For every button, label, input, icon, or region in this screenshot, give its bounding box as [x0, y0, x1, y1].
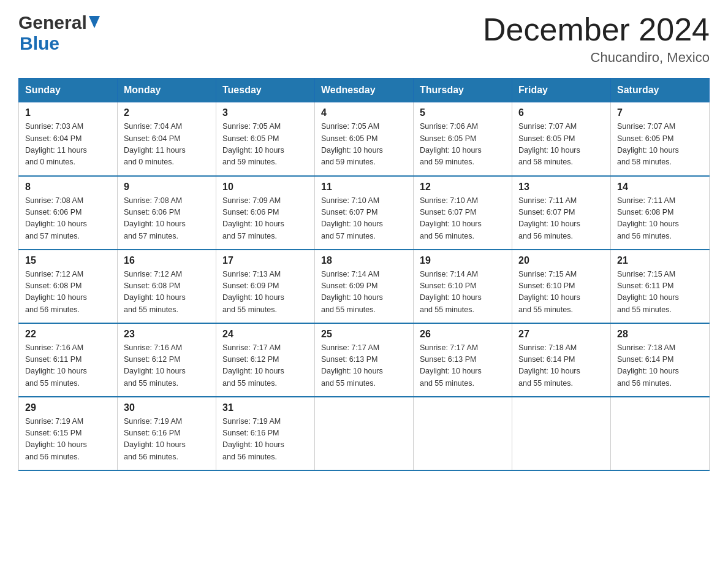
calendar-cell: 15Sunrise: 7:12 AMSunset: 6:08 PMDayligh…: [19, 250, 118, 323]
day-info: Sunrise: 7:17 AMSunset: 6:13 PMDaylight:…: [321, 342, 407, 390]
day-number: 20: [518, 255, 604, 266]
calendar-cell: [315, 397, 414, 470]
week-row-2: 8Sunrise: 7:08 AMSunset: 6:06 PMDaylight…: [19, 176, 710, 250]
logo: General Blue: [18, 12, 100, 54]
calendar-cell: [512, 397, 611, 470]
calendar-cell: 13Sunrise: 7:11 AMSunset: 6:07 PMDayligh…: [512, 176, 611, 250]
day-number: 30: [124, 402, 210, 413]
calendar-cell: 3Sunrise: 7:05 AMSunset: 6:05 PMDaylight…: [216, 102, 315, 176]
day-info: Sunrise: 7:10 AMSunset: 6:07 PMDaylight:…: [420, 195, 506, 243]
calendar-cell: 25Sunrise: 7:17 AMSunset: 6:13 PMDayligh…: [315, 323, 414, 397]
calendar-cell: [414, 397, 512, 470]
calendar-cell: 5Sunrise: 7:06 AMSunset: 6:05 PMDaylight…: [414, 102, 512, 176]
week-row-3: 15Sunrise: 7:12 AMSunset: 6:08 PMDayligh…: [19, 250, 710, 323]
calendar-cell: 24Sunrise: 7:17 AMSunset: 6:12 PMDayligh…: [216, 323, 315, 397]
weekday-header-row: SundayMondayTuesdayWednesdayThursdayFrid…: [19, 79, 710, 102]
day-info: Sunrise: 7:12 AMSunset: 6:08 PMDaylight:…: [124, 269, 210, 316]
day-info: Sunrise: 7:08 AMSunset: 6:06 PMDaylight:…: [25, 195, 111, 243]
day-info: Sunrise: 7:17 AMSunset: 6:13 PMDaylight:…: [420, 342, 506, 390]
calendar-cell: 12Sunrise: 7:10 AMSunset: 6:07 PMDayligh…: [414, 176, 512, 250]
title-area: December 2024 Chucandiro, Mexico: [483, 12, 710, 66]
day-number: 29: [25, 402, 111, 413]
calendar-cell: 18Sunrise: 7:14 AMSunset: 6:09 PMDayligh…: [315, 250, 414, 323]
day-number: 11: [321, 182, 407, 193]
day-info: Sunrise: 7:19 AMSunset: 6:15 PMDaylight:…: [25, 416, 111, 464]
calendar-cell: 20Sunrise: 7:15 AMSunset: 6:10 PMDayligh…: [512, 250, 611, 323]
calendar-cell: 30Sunrise: 7:19 AMSunset: 6:16 PMDayligh…: [118, 397, 216, 470]
calendar-cell: 23Sunrise: 7:16 AMSunset: 6:12 PMDayligh…: [118, 323, 216, 397]
day-info: Sunrise: 7:05 AMSunset: 6:05 PMDaylight:…: [222, 121, 308, 169]
day-info: Sunrise: 7:15 AMSunset: 6:10 PMDaylight:…: [518, 269, 604, 316]
calendar-table: SundayMondayTuesdayWednesdayThursdayFrid…: [18, 78, 710, 471]
week-row-5: 29Sunrise: 7:19 AMSunset: 6:15 PMDayligh…: [19, 397, 710, 470]
day-number: 17: [222, 255, 308, 266]
day-info: Sunrise: 7:03 AMSunset: 6:04 PMDaylight:…: [25, 121, 111, 169]
day-info: Sunrise: 7:10 AMSunset: 6:07 PMDaylight:…: [321, 195, 407, 243]
weekday-header-sunday: Sunday: [19, 79, 118, 102]
weekday-header-saturday: Saturday: [611, 79, 710, 102]
day-number: 1: [25, 107, 111, 118]
calendar-cell: 22Sunrise: 7:16 AMSunset: 6:11 PMDayligh…: [19, 323, 118, 397]
logo-blue-text: Blue: [20, 33, 59, 53]
calendar-cell: 9Sunrise: 7:08 AMSunset: 6:06 PMDaylight…: [118, 176, 216, 250]
calendar-cell: 17Sunrise: 7:13 AMSunset: 6:09 PMDayligh…: [216, 250, 315, 323]
weekday-header-thursday: Thursday: [414, 79, 512, 102]
logo-general-row: General: [18, 12, 100, 33]
day-number: 19: [420, 255, 506, 266]
day-number: 3: [222, 107, 308, 118]
calendar-cell: 4Sunrise: 7:05 AMSunset: 6:05 PMDaylight…: [315, 102, 414, 176]
weekday-header-friday: Friday: [512, 79, 611, 102]
day-info: Sunrise: 7:05 AMSunset: 6:05 PMDaylight:…: [321, 121, 407, 169]
calendar-cell: 21Sunrise: 7:15 AMSunset: 6:11 PMDayligh…: [611, 250, 710, 323]
day-info: Sunrise: 7:15 AMSunset: 6:11 PMDaylight:…: [617, 269, 703, 316]
location-subtitle: Chucandiro, Mexico: [483, 50, 710, 66]
calendar-cell: 1Sunrise: 7:03 AMSunset: 6:04 PMDaylight…: [19, 102, 118, 176]
calendar-cell: 27Sunrise: 7:18 AMSunset: 6:14 PMDayligh…: [512, 323, 611, 397]
day-info: Sunrise: 7:18 AMSunset: 6:14 PMDaylight:…: [518, 342, 604, 390]
day-number: 23: [124, 329, 210, 340]
day-number: 12: [420, 182, 506, 193]
day-info: Sunrise: 7:14 AMSunset: 6:10 PMDaylight:…: [420, 269, 506, 316]
logo-general-text: General: [18, 12, 87, 33]
calendar-cell: [611, 397, 710, 470]
day-info: Sunrise: 7:06 AMSunset: 6:05 PMDaylight:…: [420, 121, 506, 169]
day-info: Sunrise: 7:16 AMSunset: 6:11 PMDaylight:…: [25, 342, 111, 390]
day-number: 5: [420, 107, 506, 118]
page-header: General Blue December 2024 Chucandiro, M…: [18, 12, 710, 66]
day-info: Sunrise: 7:04 AMSunset: 6:04 PMDaylight:…: [124, 121, 210, 169]
day-number: 9: [124, 182, 210, 193]
day-info: Sunrise: 7:13 AMSunset: 6:09 PMDaylight:…: [222, 269, 308, 316]
day-info: Sunrise: 7:19 AMSunset: 6:16 PMDaylight:…: [124, 416, 210, 464]
svg-marker-0: [89, 16, 100, 28]
day-number: 26: [420, 329, 506, 340]
weekday-header-wednesday: Wednesday: [315, 79, 414, 102]
month-title: December 2024: [483, 12, 710, 47]
day-info: Sunrise: 7:09 AMSunset: 6:06 PMDaylight:…: [222, 195, 308, 243]
day-number: 14: [617, 182, 703, 193]
day-info: Sunrise: 7:17 AMSunset: 6:12 PMDaylight:…: [222, 342, 308, 390]
day-number: 21: [617, 255, 703, 266]
weekday-header-monday: Monday: [118, 79, 216, 102]
day-info: Sunrise: 7:07 AMSunset: 6:05 PMDaylight:…: [617, 121, 703, 169]
day-number: 18: [321, 255, 407, 266]
day-info: Sunrise: 7:11 AMSunset: 6:08 PMDaylight:…: [617, 195, 703, 243]
day-number: 10: [222, 182, 308, 193]
day-number: 27: [518, 329, 604, 340]
day-info: Sunrise: 7:12 AMSunset: 6:08 PMDaylight:…: [25, 269, 111, 316]
calendar-cell: 26Sunrise: 7:17 AMSunset: 6:13 PMDayligh…: [414, 323, 512, 397]
calendar-cell: 29Sunrise: 7:19 AMSunset: 6:15 PMDayligh…: [19, 397, 118, 470]
day-info: Sunrise: 7:19 AMSunset: 6:16 PMDaylight:…: [222, 416, 308, 464]
day-number: 15: [25, 255, 111, 266]
calendar-cell: 28Sunrise: 7:18 AMSunset: 6:14 PMDayligh…: [611, 323, 710, 397]
day-number: 4: [321, 107, 407, 118]
day-info: Sunrise: 7:07 AMSunset: 6:05 PMDaylight:…: [518, 121, 604, 169]
day-number: 31: [222, 402, 308, 413]
day-info: Sunrise: 7:16 AMSunset: 6:12 PMDaylight:…: [124, 342, 210, 390]
calendar-cell: 8Sunrise: 7:08 AMSunset: 6:06 PMDaylight…: [19, 176, 118, 250]
day-number: 22: [25, 329, 111, 340]
calendar-cell: 14Sunrise: 7:11 AMSunset: 6:08 PMDayligh…: [611, 176, 710, 250]
day-number: 8: [25, 182, 111, 193]
logo-triangle-icon: [89, 16, 100, 31]
day-info: Sunrise: 7:18 AMSunset: 6:14 PMDaylight:…: [617, 342, 703, 390]
calendar-cell: 2Sunrise: 7:04 AMSunset: 6:04 PMDaylight…: [118, 102, 216, 176]
